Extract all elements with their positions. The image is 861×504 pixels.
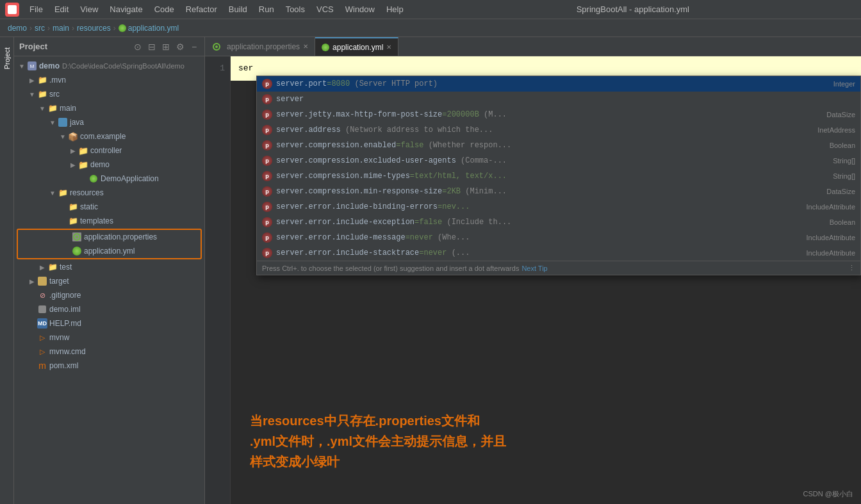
tab-properties-icon <box>211 42 222 52</box>
tree-label-static: static <box>80 202 98 211</box>
menu-refactor[interactable]: Refactor <box>181 3 222 15</box>
sidebar-locate-icon[interactable]: ⊙ <box>133 42 143 52</box>
menu-window[interactable]: Window <box>340 3 380 15</box>
tree-item-java[interactable]: ▼ java <box>14 115 204 129</box>
tree-arrow-main: ▼ <box>37 105 47 112</box>
tab-yaml-close[interactable]: ✕ <box>386 44 391 51</box>
app-logo <box>5 3 19 17</box>
tree-item-mvnw-cmd[interactable]: ▷ mvnw.cmd <box>14 345 204 359</box>
ac-item-3[interactable]: p server.address (Network address to whi… <box>257 122 860 138</box>
breadcrumb-resources[interactable]: resources <box>77 24 111 33</box>
tree-item-pom-xml[interactable]: m pom.xml <box>14 359 204 373</box>
package-icon-com: 📦 <box>68 131 78 142</box>
ac-item-9[interactable]: p server.error.include-exception=false (… <box>257 215 860 230</box>
tree-item-application-yml[interactable]: application.yml <box>18 244 201 258</box>
tree-item-demo[interactable]: ▼ M demo D:\Code\ideaCode\SpringBootAll\… <box>14 59 204 73</box>
tree-item-templates[interactable]: 📁 templates <box>14 214 204 228</box>
main-layout: Project Project ⊙ ⊟ ⊞ ⚙ − ▼ M demo D:\Co… <box>0 37 861 504</box>
ac-item-7[interactable]: p server.compression.min-response-size=2… <box>257 184 860 199</box>
tree-label-application-yml: application.yml <box>84 247 135 256</box>
autocomplete-dropdown[interactable]: p server.port=8080 (Server HTTP port) In… <box>256 76 861 275</box>
ac-item-11[interactable]: p server.error.include-stacktrace=never … <box>257 245 860 261</box>
tree-item-src[interactable]: ▼ 📁 src <box>14 87 204 101</box>
ac-item-1[interactable]: p server <box>257 92 860 107</box>
menu-edit[interactable]: Edit <box>49 3 74 15</box>
tree-label-demo-iml: demo.iml <box>49 305 81 314</box>
svg-rect-6 <box>38 277 47 286</box>
tree-item-mvnw[interactable]: ▷ mvnw <box>14 330 204 345</box>
tree-label-templates: templates <box>80 216 113 225</box>
ac-item-0[interactable]: p server.port=8080 (Server HTTP port) In… <box>257 76 860 92</box>
tree-label-target: target <box>49 277 69 286</box>
ac-footer-menu[interactable]: ⋮ <box>848 264 855 272</box>
breadcrumb-file[interactable]: application.yml <box>128 24 179 33</box>
tree-item-main[interactable]: ▼ 📁 main <box>14 101 204 115</box>
sidebar-expand-icon[interactable]: ⊞ <box>161 42 171 52</box>
sidebar-collapse-icon[interactable]: ⊟ <box>147 42 157 52</box>
tree-item-static[interactable]: 📁 static <box>14 200 204 214</box>
svg-text:M: M <box>30 63 35 69</box>
ac-icon-7: p <box>262 186 272 197</box>
menu-help[interactable]: Help <box>381 3 409 15</box>
ac-item-2[interactable]: p server.jetty.max-http-form-post-size=2… <box>257 107 860 122</box>
annotation-line2: .yml文件时，.yml文件会主动提示信息，并且 <box>250 431 842 451</box>
ac-text-3: server.address (Network address to which… <box>276 126 808 134</box>
menu-tools[interactable]: Tools <box>281 3 310 15</box>
annotation-line3: 样式变成小绿叶 <box>250 451 842 472</box>
ac-item-10[interactable]: p server.error.include-message=never (Wh… <box>257 230 860 245</box>
tree-item-demoapplication[interactable]: DemoApplication <box>14 172 204 186</box>
breadcrumb-src[interactable]: src <box>35 24 45 33</box>
ac-item-5[interactable]: p server.compression.excluded-user-agent… <box>257 153 860 168</box>
tree-item-gitignore[interactable]: ⊘ .gitignore <box>14 288 204 302</box>
tree-label-demo-path: D:\Code\ideaCode\SpringBootAll\demo <box>62 62 184 70</box>
tree-item-target[interactable]: ▶ target <box>14 274 204 288</box>
menu-file[interactable]: File <box>24 3 48 15</box>
tree-item-demo-pkg[interactable]: ▶ 📁 demo <box>14 158 204 172</box>
ac-type-6: String[] <box>833 172 855 180</box>
tree-arrow-controller: ▶ <box>68 147 78 154</box>
ac-type-8: IncludeAttribute <box>807 203 855 211</box>
tab-application-yml[interactable]: application.yml ✕ <box>315 37 398 56</box>
project-tab-label[interactable]: Project <box>1 42 13 74</box>
folder-icon-templates: 📁 <box>68 216 78 226</box>
breadcrumb-main[interactable]: main <box>53 24 69 33</box>
ac-item-6[interactable]: p server.compression.mime-types=text/htm… <box>257 168 860 184</box>
ac-icon-6: p <box>262 171 272 181</box>
tree-label-demo: demo <box>39 61 60 70</box>
csdn-watermark: CSDN @极小白 <box>803 489 853 499</box>
menu-navigate[interactable]: Navigate <box>104 3 147 15</box>
tree-item-resources[interactable]: ▼ 📁 resources <box>14 186 204 200</box>
tree-item-mvn[interactable]: ▶ 📁 .mvn <box>14 73 204 87</box>
ac-item-8[interactable]: p server.error.include-binding-errors=ne… <box>257 199 860 215</box>
folder-icon-mvn: 📁 <box>37 75 47 85</box>
tree-item-test[interactable]: ▶ 📁 test <box>14 260 204 274</box>
folder-icon-target <box>37 276 47 286</box>
ac-type-11: IncludeAttribute <box>807 249 855 257</box>
ac-text-2: server.jetty.max-http-form-post-size=200… <box>276 110 817 119</box>
editor-area: application.properties ✕ application.yml… <box>205 37 861 504</box>
tree-item-help-md[interactable]: MD HELP.md <box>14 316 204 330</box>
module-icon: M <box>27 61 37 71</box>
tree-item-application-properties[interactable]: application.properties <box>18 230 201 244</box>
ac-type-7: DataSize <box>826 188 855 195</box>
tree-item-com-example[interactable]: ▼ 📦 com.example <box>14 129 204 143</box>
menu-build[interactable]: Build <box>224 3 252 15</box>
sidebar-close-icon[interactable]: − <box>189 42 199 52</box>
ac-icon-4: p <box>262 140 272 150</box>
menu-run[interactable]: Run <box>254 3 279 15</box>
menu-code[interactable]: Code <box>149 3 179 15</box>
tree-arrow-test: ▶ <box>37 264 47 271</box>
sidebar-settings-icon[interactable]: ⚙ <box>175 42 185 52</box>
ac-footer-link[interactable]: Next Tip <box>521 264 547 272</box>
tree-label-resources: resources <box>70 188 104 197</box>
tab-properties-close[interactable]: ✕ <box>303 43 308 50</box>
ac-item-4[interactable]: p server.compression.enabled=false (Whet… <box>257 138 860 153</box>
tab-yaml-icon <box>322 44 329 51</box>
menu-view[interactable]: View <box>75 3 103 15</box>
tree-item-controller[interactable]: ▶ 📁 controller <box>14 143 204 158</box>
breadcrumb-demo[interactable]: demo <box>8 24 27 33</box>
tab-application-properties[interactable]: application.properties ✕ <box>205 37 315 56</box>
svg-rect-2 <box>58 118 67 127</box>
tree-item-demo-iml[interactable]: demo.iml <box>14 302 204 316</box>
menu-vcs[interactable]: VCS <box>311 3 339 15</box>
